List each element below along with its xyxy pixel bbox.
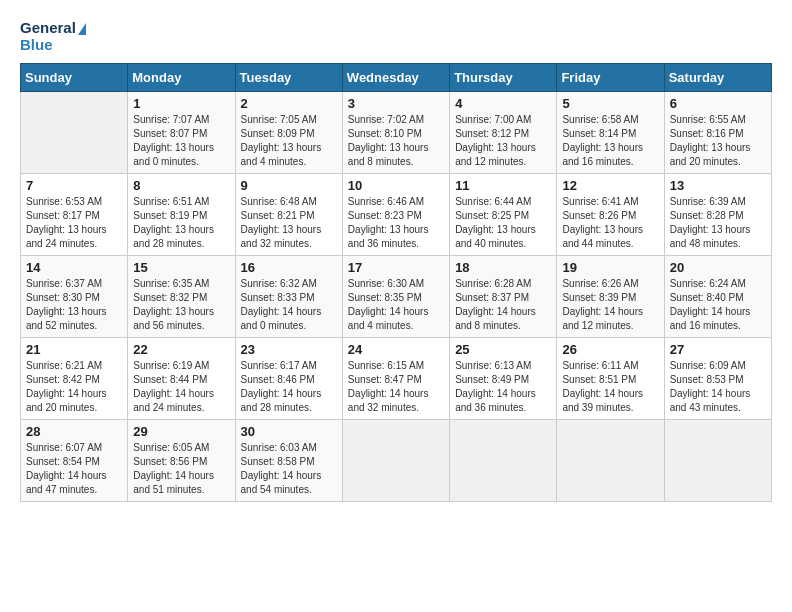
logo: General Blue bbox=[20, 20, 86, 53]
day-number: 29 bbox=[133, 424, 229, 439]
day-number: 5 bbox=[562, 96, 658, 111]
day-info: Sunrise: 6:05 AMSunset: 8:56 PMDaylight:… bbox=[133, 441, 229, 497]
calendar-cell: 24Sunrise: 6:15 AMSunset: 8:47 PMDayligh… bbox=[342, 338, 449, 420]
calendar-cell: 10Sunrise: 6:46 AMSunset: 8:23 PMDayligh… bbox=[342, 174, 449, 256]
day-number: 11 bbox=[455, 178, 551, 193]
day-info: Sunrise: 6:21 AMSunset: 8:42 PMDaylight:… bbox=[26, 359, 122, 415]
day-number: 8 bbox=[133, 178, 229, 193]
day-number: 17 bbox=[348, 260, 444, 275]
calendar-cell bbox=[450, 420, 557, 502]
day-info: Sunrise: 6:46 AMSunset: 8:23 PMDaylight:… bbox=[348, 195, 444, 251]
calendar-cell: 19Sunrise: 6:26 AMSunset: 8:39 PMDayligh… bbox=[557, 256, 664, 338]
day-number: 4 bbox=[455, 96, 551, 111]
day-info: Sunrise: 6:26 AMSunset: 8:39 PMDaylight:… bbox=[562, 277, 658, 333]
day-info: Sunrise: 6:03 AMSunset: 8:58 PMDaylight:… bbox=[241, 441, 337, 497]
day-number: 25 bbox=[455, 342, 551, 357]
day-number: 23 bbox=[241, 342, 337, 357]
day-number: 3 bbox=[348, 96, 444, 111]
day-number: 1 bbox=[133, 96, 229, 111]
col-header-friday: Friday bbox=[557, 64, 664, 92]
calendar-cell: 7Sunrise: 6:53 AMSunset: 8:17 PMDaylight… bbox=[21, 174, 128, 256]
day-info: Sunrise: 6:17 AMSunset: 8:46 PMDaylight:… bbox=[241, 359, 337, 415]
day-number: 22 bbox=[133, 342, 229, 357]
calendar-cell: 27Sunrise: 6:09 AMSunset: 8:53 PMDayligh… bbox=[664, 338, 771, 420]
day-number: 15 bbox=[133, 260, 229, 275]
day-info: Sunrise: 6:30 AMSunset: 8:35 PMDaylight:… bbox=[348, 277, 444, 333]
day-info: Sunrise: 7:00 AMSunset: 8:12 PMDaylight:… bbox=[455, 113, 551, 169]
calendar-cell: 13Sunrise: 6:39 AMSunset: 8:28 PMDayligh… bbox=[664, 174, 771, 256]
day-number: 30 bbox=[241, 424, 337, 439]
col-header-tuesday: Tuesday bbox=[235, 64, 342, 92]
day-info: Sunrise: 6:11 AMSunset: 8:51 PMDaylight:… bbox=[562, 359, 658, 415]
day-info: Sunrise: 6:37 AMSunset: 8:30 PMDaylight:… bbox=[26, 277, 122, 333]
day-info: Sunrise: 6:58 AMSunset: 8:14 PMDaylight:… bbox=[562, 113, 658, 169]
day-number: 12 bbox=[562, 178, 658, 193]
day-number: 14 bbox=[26, 260, 122, 275]
day-info: Sunrise: 6:24 AMSunset: 8:40 PMDaylight:… bbox=[670, 277, 766, 333]
day-number: 9 bbox=[241, 178, 337, 193]
calendar-cell: 15Sunrise: 6:35 AMSunset: 8:32 PMDayligh… bbox=[128, 256, 235, 338]
calendar-cell: 28Sunrise: 6:07 AMSunset: 8:54 PMDayligh… bbox=[21, 420, 128, 502]
calendar-header-row: SundayMondayTuesdayWednesdayThursdayFrid… bbox=[21, 64, 772, 92]
day-info: Sunrise: 6:19 AMSunset: 8:44 PMDaylight:… bbox=[133, 359, 229, 415]
calendar-cell: 17Sunrise: 6:30 AMSunset: 8:35 PMDayligh… bbox=[342, 256, 449, 338]
calendar-cell bbox=[557, 420, 664, 502]
calendar-cell bbox=[342, 420, 449, 502]
day-number: 2 bbox=[241, 96, 337, 111]
day-info: Sunrise: 6:55 AMSunset: 8:16 PMDaylight:… bbox=[670, 113, 766, 169]
calendar-cell: 16Sunrise: 6:32 AMSunset: 8:33 PMDayligh… bbox=[235, 256, 342, 338]
week-row-5: 28Sunrise: 6:07 AMSunset: 8:54 PMDayligh… bbox=[21, 420, 772, 502]
calendar-cell: 25Sunrise: 6:13 AMSunset: 8:49 PMDayligh… bbox=[450, 338, 557, 420]
day-info: Sunrise: 6:51 AMSunset: 8:19 PMDaylight:… bbox=[133, 195, 229, 251]
calendar-cell: 21Sunrise: 6:21 AMSunset: 8:42 PMDayligh… bbox=[21, 338, 128, 420]
logo-general: General bbox=[20, 20, 86, 37]
calendar-cell: 23Sunrise: 6:17 AMSunset: 8:46 PMDayligh… bbox=[235, 338, 342, 420]
calendar-table: SundayMondayTuesdayWednesdayThursdayFrid… bbox=[20, 63, 772, 502]
calendar-cell: 12Sunrise: 6:41 AMSunset: 8:26 PMDayligh… bbox=[557, 174, 664, 256]
col-header-monday: Monday bbox=[128, 64, 235, 92]
day-number: 20 bbox=[670, 260, 766, 275]
page-header: General Blue bbox=[20, 20, 772, 53]
calendar-cell bbox=[21, 92, 128, 174]
calendar-cell bbox=[664, 420, 771, 502]
day-number: 6 bbox=[670, 96, 766, 111]
day-number: 28 bbox=[26, 424, 122, 439]
day-info: Sunrise: 6:15 AMSunset: 8:47 PMDaylight:… bbox=[348, 359, 444, 415]
day-number: 7 bbox=[26, 178, 122, 193]
calendar-cell: 6Sunrise: 6:55 AMSunset: 8:16 PMDaylight… bbox=[664, 92, 771, 174]
calendar-cell: 5Sunrise: 6:58 AMSunset: 8:14 PMDaylight… bbox=[557, 92, 664, 174]
calendar-cell: 20Sunrise: 6:24 AMSunset: 8:40 PMDayligh… bbox=[664, 256, 771, 338]
calendar-cell: 11Sunrise: 6:44 AMSunset: 8:25 PMDayligh… bbox=[450, 174, 557, 256]
col-header-thursday: Thursday bbox=[450, 64, 557, 92]
calendar-cell: 9Sunrise: 6:48 AMSunset: 8:21 PMDaylight… bbox=[235, 174, 342, 256]
calendar-cell: 1Sunrise: 7:07 AMSunset: 8:07 PMDaylight… bbox=[128, 92, 235, 174]
day-info: Sunrise: 7:07 AMSunset: 8:07 PMDaylight:… bbox=[133, 113, 229, 169]
calendar-cell: 2Sunrise: 7:05 AMSunset: 8:09 PMDaylight… bbox=[235, 92, 342, 174]
day-info: Sunrise: 6:39 AMSunset: 8:28 PMDaylight:… bbox=[670, 195, 766, 251]
day-number: 24 bbox=[348, 342, 444, 357]
day-info: Sunrise: 6:44 AMSunset: 8:25 PMDaylight:… bbox=[455, 195, 551, 251]
day-info: Sunrise: 6:48 AMSunset: 8:21 PMDaylight:… bbox=[241, 195, 337, 251]
logo-blue: Blue bbox=[20, 37, 86, 54]
calendar-cell: 29Sunrise: 6:05 AMSunset: 8:56 PMDayligh… bbox=[128, 420, 235, 502]
day-number: 13 bbox=[670, 178, 766, 193]
day-info: Sunrise: 7:02 AMSunset: 8:10 PMDaylight:… bbox=[348, 113, 444, 169]
day-info: Sunrise: 7:05 AMSunset: 8:09 PMDaylight:… bbox=[241, 113, 337, 169]
week-row-4: 21Sunrise: 6:21 AMSunset: 8:42 PMDayligh… bbox=[21, 338, 772, 420]
day-info: Sunrise: 6:13 AMSunset: 8:49 PMDaylight:… bbox=[455, 359, 551, 415]
day-info: Sunrise: 6:09 AMSunset: 8:53 PMDaylight:… bbox=[670, 359, 766, 415]
day-info: Sunrise: 6:07 AMSunset: 8:54 PMDaylight:… bbox=[26, 441, 122, 497]
day-number: 26 bbox=[562, 342, 658, 357]
calendar-cell: 18Sunrise: 6:28 AMSunset: 8:37 PMDayligh… bbox=[450, 256, 557, 338]
week-row-1: 1Sunrise: 7:07 AMSunset: 8:07 PMDaylight… bbox=[21, 92, 772, 174]
day-info: Sunrise: 6:28 AMSunset: 8:37 PMDaylight:… bbox=[455, 277, 551, 333]
calendar-cell: 4Sunrise: 7:00 AMSunset: 8:12 PMDaylight… bbox=[450, 92, 557, 174]
calendar-cell: 3Sunrise: 7:02 AMSunset: 8:10 PMDaylight… bbox=[342, 92, 449, 174]
calendar-cell: 8Sunrise: 6:51 AMSunset: 8:19 PMDaylight… bbox=[128, 174, 235, 256]
day-info: Sunrise: 6:32 AMSunset: 8:33 PMDaylight:… bbox=[241, 277, 337, 333]
day-number: 16 bbox=[241, 260, 337, 275]
day-number: 19 bbox=[562, 260, 658, 275]
day-number: 10 bbox=[348, 178, 444, 193]
day-number: 21 bbox=[26, 342, 122, 357]
col-header-saturday: Saturday bbox=[664, 64, 771, 92]
